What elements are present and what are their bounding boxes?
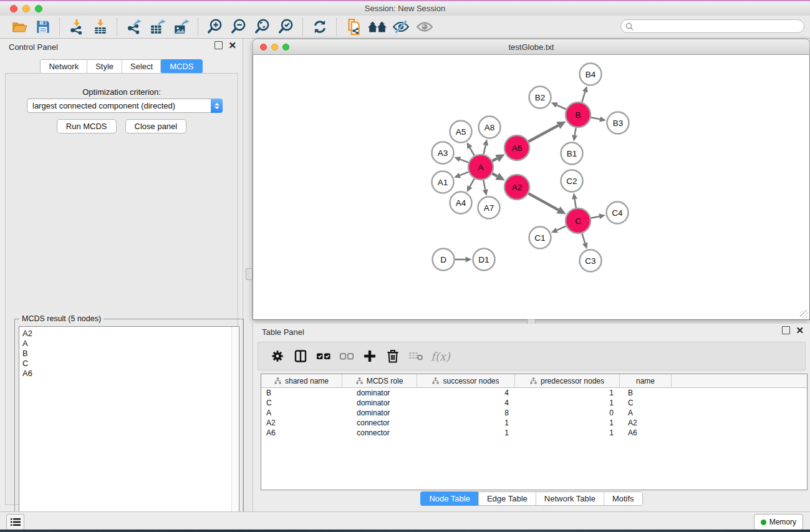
tab-network-table[interactable]: Network Table [536, 492, 604, 505]
zoom-selected-icon[interactable] [274, 17, 298, 37]
network-canvas[interactable]: AA1A2A3A4A5A6A7A8BB1B2B3B4CC1C2C3C4DD1 [253, 55, 810, 320]
graph-edge-A2-C[interactable] [528, 193, 558, 210]
float-table-panel-icon[interactable] [782, 326, 790, 334]
tab-select[interactable]: Select [122, 60, 161, 73]
graph-edge-C-C1[interactable] [557, 226, 566, 230]
result-list-item[interactable]: C [22, 359, 239, 369]
table-row[interactable]: Bdominator41B [261, 388, 807, 398]
table-cell: A [620, 409, 672, 417]
refresh-icon[interactable] [308, 17, 332, 37]
table-cell: 4 [417, 389, 515, 397]
hide-network-view-icon[interactable] [389, 17, 413, 37]
toolbar-separator [302, 18, 304, 36]
zoom-out-icon[interactable] [227, 17, 251, 37]
show-view-icon[interactable] [413, 17, 436, 37]
add-column-icon[interactable] [358, 346, 381, 367]
close-table-panel-icon[interactable]: ✕ [796, 327, 804, 334]
tab-network[interactable]: Network [41, 60, 87, 73]
graph-node-label: A3 [438, 148, 448, 158]
column-header-successor-nodes[interactable]: successor nodes [417, 374, 515, 387]
net-minimize-icon[interactable] [271, 44, 278, 51]
toolbar-separator [198, 18, 199, 36]
edge-arrowhead-icon [483, 139, 488, 146]
graph-edge-B-B1[interactable] [575, 128, 576, 135]
mcds-result-list[interactable]: A2ABCA6 [19, 326, 239, 530]
criterion-select[interactable]: largest connected component (directed) [27, 99, 223, 113]
graph-edge-A-A5[interactable] [470, 148, 474, 156]
graph-edge-B-B4[interactable] [582, 92, 585, 102]
delete-icon[interactable] [381, 346, 404, 367]
graph-edge-B-B3[interactable] [591, 117, 600, 119]
settings-gear-icon[interactable] [266, 346, 289, 367]
zoom-fit-icon[interactable] [251, 17, 274, 37]
table-row[interactable]: Adominator80A [261, 408, 807, 418]
select-all-icon[interactable] [312, 346, 335, 367]
close-panel-icon[interactable]: ✕ [228, 42, 236, 49]
run-mcds-button[interactable]: Run MCDS [57, 119, 117, 133]
tab-node-table[interactable]: Node Table [420, 491, 479, 506]
float-panel-icon[interactable] [215, 41, 223, 49]
graph-edge-A-A2[interactable] [492, 173, 497, 176]
node-table[interactable]: shared nameMCDS rolesuccessor nodesprede… [261, 374, 808, 490]
table-row[interactable]: A6connector11A6 [261, 428, 807, 438]
graph-edge-A6-B[interactable] [528, 125, 558, 142]
open-session-icon[interactable] [7, 17, 31, 37]
result-list-item[interactable]: A6 [22, 369, 239, 379]
memory-button[interactable]: Memory [754, 514, 803, 530]
export-network-icon[interactable] [122, 17, 146, 37]
search-box[interactable] [620, 19, 804, 33]
tab-motifs[interactable]: Motifs [604, 492, 642, 505]
tab-style[interactable]: Style [87, 60, 122, 73]
function-builder-icon[interactable]: f(x) [431, 350, 450, 363]
net-zoom-icon[interactable] [282, 44, 289, 51]
save-session-icon[interactable] [31, 17, 55, 37]
zoom-window-icon[interactable] [35, 5, 42, 12]
column-header-predecessor-nodes[interactable]: predecessor nodes [515, 374, 620, 387]
minimize-window-icon[interactable] [22, 5, 30, 12]
network-graph[interactable]: AA1A2A3A4A5A6A7A8BB1B2B3B4CC1C2C3C4DD1 [253, 55, 809, 319]
net-close-icon[interactable] [260, 44, 267, 51]
show-all-networks-icon[interactable] [365, 17, 389, 37]
clone-network-icon[interactable] [342, 17, 365, 37]
column-header-name[interactable]: name [620, 374, 672, 387]
vertical-splitter-grip[interactable] [246, 268, 253, 280]
result-list-item[interactable]: B [22, 349, 239, 359]
graph-edge-A-A6[interactable] [493, 158, 498, 161]
graph-edge-C-C4[interactable] [591, 216, 600, 218]
export-table-icon[interactable] [146, 17, 170, 37]
import-network-icon[interactable] [65, 17, 89, 37]
graph-edge-A-A7[interactable] [483, 180, 485, 190]
deselect-all-icon[interactable] [335, 346, 358, 367]
network-window-titlebar[interactable]: testGlobe.txt [253, 39, 810, 55]
result-list-item[interactable]: A [22, 339, 239, 349]
tab-mcds[interactable]: MCDS [160, 59, 202, 74]
column-visibility-icon[interactable] [289, 346, 312, 367]
graph-edge-C-C2[interactable] [575, 199, 576, 208]
table-panel: Table Panel ✕ [253, 324, 810, 511]
tab-edge-table[interactable]: Edge Table [478, 492, 536, 505]
close-panel-button[interactable]: Close panel [125, 119, 187, 133]
result-list-scrollbar[interactable] [231, 327, 239, 529]
graph-edge-A-A4[interactable] [470, 178, 474, 186]
window-resize-handle[interactable] [800, 310, 808, 318]
memory-status-icon [761, 520, 766, 525]
table-row[interactable]: A2connector11A2 [261, 418, 807, 428]
result-list-item[interactable]: A2 [22, 329, 239, 339]
zoom-in-icon[interactable] [203, 17, 227, 37]
session-title: Session: New Session [0, 4, 810, 13]
hierarchy-icon [274, 377, 281, 384]
graph-edge-A-A1[interactable] [460, 172, 468, 176]
graph-edge-A-A8[interactable] [483, 145, 485, 155]
close-window-icon[interactable] [10, 5, 17, 12]
export-image-icon[interactable] [170, 17, 193, 37]
table-row[interactable]: Cdominator41C [261, 398, 807, 408]
task-history-button[interactable] [6, 514, 24, 530]
column-header-shared-name[interactable]: shared name [261, 374, 342, 387]
graph-edge-A-A3[interactable] [460, 159, 469, 162]
graph-edge-C-C3[interactable] [582, 233, 585, 243]
search-input[interactable] [636, 21, 804, 31]
column-header-MCDS-role[interactable]: MCDS role [342, 374, 417, 387]
graph-edge-B-B2[interactable] [557, 105, 566, 109]
delete-table-icon[interactable] [404, 346, 427, 367]
import-table-icon[interactable] [89, 17, 112, 37]
